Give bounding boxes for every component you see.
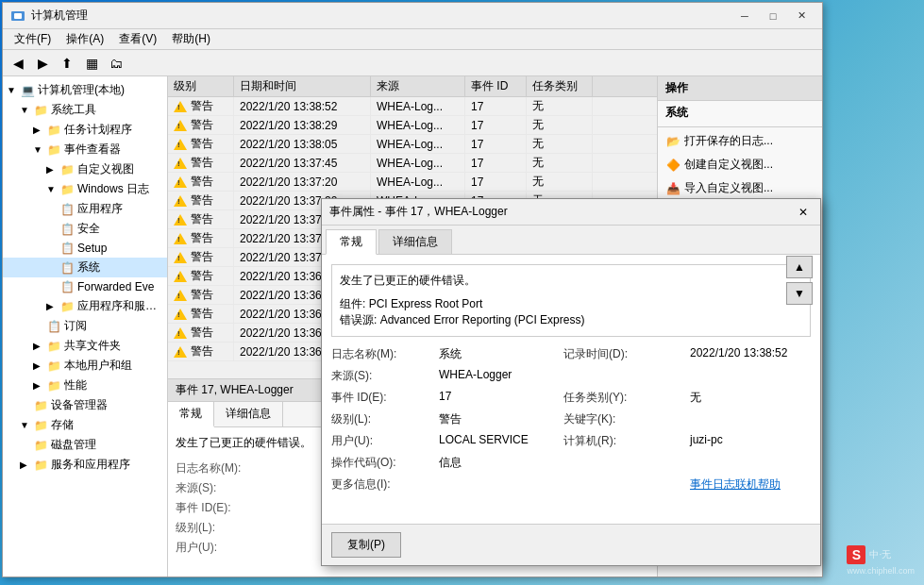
- sidebar-item-subscription[interactable]: 📋 订阅: [3, 316, 167, 336]
- log-icon-setup: 📋: [59, 241, 75, 256]
- expand-computer[interactable]: ▼: [7, 85, 20, 95]
- title-bar: 计算机管理 ─ □ ✕: [3, 3, 822, 29]
- folder-icon-shared: 📁: [46, 339, 61, 354]
- sidebar-label-setup: Setup: [77, 242, 107, 255]
- warning-icon: [174, 176, 187, 188]
- expand-eventvwr[interactable]: ▼: [33, 144, 46, 155]
- sidebar-label-eventvwr: 事件查看器: [64, 142, 121, 158]
- table-row[interactable]: 警告 2022/1/20 13:38:52 WHEA-Log... 17 无: [168, 97, 657, 116]
- warning-icon: [174, 158, 187, 169]
- sidebar-label-security: 安全: [77, 221, 100, 237]
- sidebar-label-computer: 计算机管理(本地): [38, 82, 125, 98]
- log-icon-app: 📋: [59, 202, 75, 217]
- expand-shared[interactable]: ▶: [33, 341, 46, 351]
- sidebar-item-customview[interactable]: ▶ 📁 自定义视图: [3, 159, 167, 179]
- actions-panel-title: 操作: [658, 76, 822, 101]
- menu-action[interactable]: 操作(A): [59, 29, 111, 49]
- watermark-text: 中·无: [869, 548, 891, 561]
- modal-tab-general[interactable]: 常规: [326, 229, 377, 255]
- sidebar-item-forwarded[interactable]: 📋 Forwarded Eve: [3, 277, 167, 296]
- warning-icon: [174, 271, 187, 282]
- sidebar-label-app-log: 应用程序: [77, 201, 123, 217]
- sidebar-label-system: 系统: [77, 259, 100, 276]
- sidebar-item-localusers[interactable]: ▶ 📁 本地用户和组: [3, 356, 167, 376]
- show-hide-button[interactable]: ▦: [80, 53, 103, 74]
- modal-close-button[interactable]: ✕: [794, 204, 813, 221]
- modal-title-bar: 事件属性 - 事件 17，WHEA-Logger ✕: [322, 199, 820, 226]
- sidebar-label-services: 服务和应用程序: [51, 457, 130, 473]
- warning-icon: [174, 309, 187, 320]
- table-row[interactable]: 警告 2022/1/20 13:38:05 WHEA-Log... 17 无: [168, 135, 657, 154]
- close-button[interactable]: ✕: [788, 7, 815, 25]
- sidebar-item-shared[interactable]: ▶ 📁 共享文件夹: [3, 336, 167, 356]
- detail-tab-general[interactable]: 常规: [168, 402, 214, 427]
- expand-perf[interactable]: ▶: [33, 380, 46, 391]
- watermark: S 中·无 www.chiphell.com: [847, 545, 915, 576]
- up-button[interactable]: ⬆: [56, 53, 78, 74]
- warning-icon: [174, 346, 187, 358]
- app-icon: [10, 8, 25, 24]
- table-row[interactable]: 警告 2022/1/20 13:37:45 WHEA-Log... 17 无: [168, 154, 657, 173]
- expand-storage[interactable]: ▼: [20, 420, 33, 430]
- sidebar-item-eventvwr[interactable]: ▼ 📁 事件查看器: [3, 140, 167, 159]
- maximize-button[interactable]: □: [760, 7, 786, 25]
- modal-copy-button[interactable]: 复制(P): [331, 532, 401, 558]
- menu-view[interactable]: 查看(V): [111, 29, 164, 49]
- actions-divider: [658, 126, 822, 127]
- expand-localusers[interactable]: ▶: [33, 360, 46, 371]
- expand-services[interactable]: ▶: [20, 460, 33, 470]
- detail-tab-detail[interactable]: 详细信息: [214, 402, 283, 426]
- sidebar-item-app-log[interactable]: 📋 应用程序: [3, 199, 167, 219]
- modal-up-button[interactable]: ▲: [786, 256, 813, 278]
- col-header-source[interactable]: 来源: [371, 76, 465, 96]
- expand-tools[interactable]: ▼: [20, 105, 33, 115]
- sidebar-item-diskmgmt[interactable]: 📁 磁盘管理: [3, 435, 167, 455]
- sidebar-item-tools[interactable]: ▼ 📁 系统工具: [3, 100, 167, 120]
- col-header-task[interactable]: 任务类别: [527, 76, 593, 96]
- folder-icon-localusers: 📁: [46, 359, 61, 374]
- expand-task[interactable]: ▶: [33, 125, 46, 135]
- expand-customview[interactable]: ▶: [46, 164, 59, 175]
- minimize-button[interactable]: ─: [731, 7, 758, 25]
- forward-button[interactable]: ▶: [31, 53, 54, 74]
- col-header-level[interactable]: 级别: [168, 76, 234, 96]
- sidebar-item-winlog[interactable]: ▼ 📁 Windows 日志: [3, 179, 167, 199]
- sidebar-item-system[interactable]: 📋 系统: [3, 258, 167, 277]
- menu-help[interactable]: 帮助(H): [164, 29, 218, 49]
- modal-tabs: 常规 详细信息: [322, 226, 820, 255]
- sidebar-item-security[interactable]: 📋 安全: [3, 219, 167, 239]
- sidebar-label-storage: 存储: [51, 417, 74, 433]
- folder-icon-customview: 📁: [59, 162, 75, 177]
- modal-tab-detail[interactable]: 详细信息: [378, 229, 452, 254]
- table-row[interactable]: 警告 2022/1/20 13:38:29 WHEA-Log... 17 无: [168, 116, 657, 135]
- svg-rect-1: [14, 13, 22, 19]
- menu-file[interactable]: 文件(F): [7, 29, 59, 49]
- action-import-view[interactable]: 📥 导入自定义视图...: [658, 176, 822, 200]
- sidebar-item-perf[interactable]: ▶ 📁 性能: [3, 376, 167, 395]
- sidebar-item-computer[interactable]: ▼ 💻 计算机管理(本地): [3, 80, 167, 100]
- table-row[interactable]: 警告 2022/1/20 13:37:20 WHEA-Log... 17 无: [168, 173, 657, 192]
- warning-icon: [174, 290, 187, 301]
- list-header: 级别 日期和时间 来源 事件 ID 任务类别: [168, 76, 657, 97]
- sidebar-label-appsvc: 应用程序和服务日志: [77, 298, 163, 314]
- action-section-title: 系统: [658, 101, 822, 125]
- expand-winlog[interactable]: ▼: [46, 184, 59, 194]
- modal-down-button[interactable]: ▼: [786, 282, 813, 305]
- warning-icon: [174, 139, 187, 150]
- sidebar-item-storage[interactable]: ▼ 📁 存储: [3, 415, 167, 435]
- sidebar-item-setup[interactable]: 📋 Setup: [3, 239, 167, 258]
- log-icon-system: 📋: [59, 260, 75, 276]
- action-open-log[interactable]: 📂 打开保存的日志...: [658, 129, 822, 153]
- back-button[interactable]: ◀: [7, 53, 29, 74]
- sidebar-item-devmgr[interactable]: 📁 设备管理器: [3, 395, 167, 415]
- sidebar-item-services[interactable]: ▶ 📁 服务和应用程序: [3, 455, 167, 475]
- col-header-datetime[interactable]: 日期和时间: [234, 76, 371, 96]
- props-button[interactable]: 🗂: [105, 53, 127, 74]
- sidebar-item-task[interactable]: ▶ 📁 任务计划程序: [3, 120, 167, 140]
- action-create-view[interactable]: 🔶 创建自定义视图...: [658, 153, 822, 176]
- folder-icon-eventvwr: 📁: [46, 142, 61, 158]
- event-log-help-link[interactable]: 事件日志联机帮助: [690, 476, 811, 493]
- expand-appsvc[interactable]: ▶: [46, 301, 59, 311]
- sidebar-item-appsvc[interactable]: ▶ 📁 应用程序和服务日志: [3, 296, 167, 316]
- col-header-eventid[interactable]: 事件 ID: [465, 76, 527, 96]
